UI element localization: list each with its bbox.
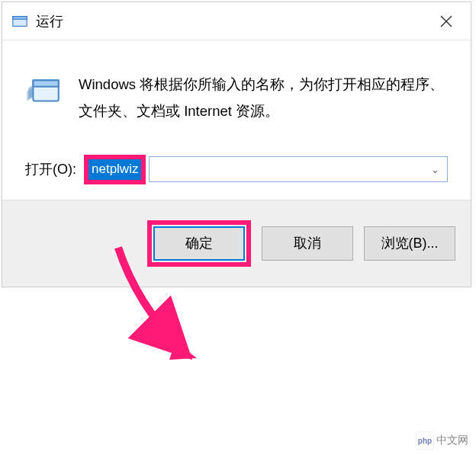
- annotation-input-highlight: netplwiz: [84, 155, 146, 184]
- chevron-down-icon[interactable]: ⌄: [423, 164, 447, 175]
- cancel-button[interactable]: 取消: [262, 226, 353, 261]
- svg-marker-6: [169, 341, 197, 360]
- open-combobox[interactable]: ⌄: [149, 156, 448, 182]
- run-dialog: 运行 Windows 将根据你所输入的名称，为你打开相应的程序、文件夹、文档或 …: [2, 2, 471, 287]
- svg-rect-5: [33, 80, 58, 86]
- close-button[interactable]: [431, 6, 462, 37]
- close-icon: [440, 15, 452, 27]
- titlebar: 运行: [2, 2, 471, 40]
- button-bar: 确定 取消 浏览(B)...: [2, 200, 471, 287]
- titlebar-title: 运行: [36, 12, 431, 30]
- dialog-message: Windows 将根据你所输入的名称，为你打开相应的程序、文件夹、文档或 Int…: [79, 71, 448, 124]
- open-input-value[interactable]: netplwiz: [88, 159, 141, 179]
- watermark-logo-icon: php: [416, 432, 433, 449]
- annotation-ok-highlight: 确定: [147, 220, 251, 267]
- watermark-text: 中文网: [436, 434, 468, 447]
- run-titlebar-icon: [11, 13, 28, 30]
- watermark: php 中文网: [413, 431, 471, 450]
- dialog-body: Windows 将根据你所输入的名称，为你打开相应的程序、文件夹、文档或 Int…: [2, 40, 471, 200]
- svg-rect-1: [13, 16, 27, 19]
- browse-button[interactable]: 浏览(B)...: [364, 226, 455, 261]
- ok-button[interactable]: 确定: [153, 226, 245, 261]
- run-program-icon: [25, 74, 63, 112]
- open-label: 打开(O):: [25, 160, 76, 178]
